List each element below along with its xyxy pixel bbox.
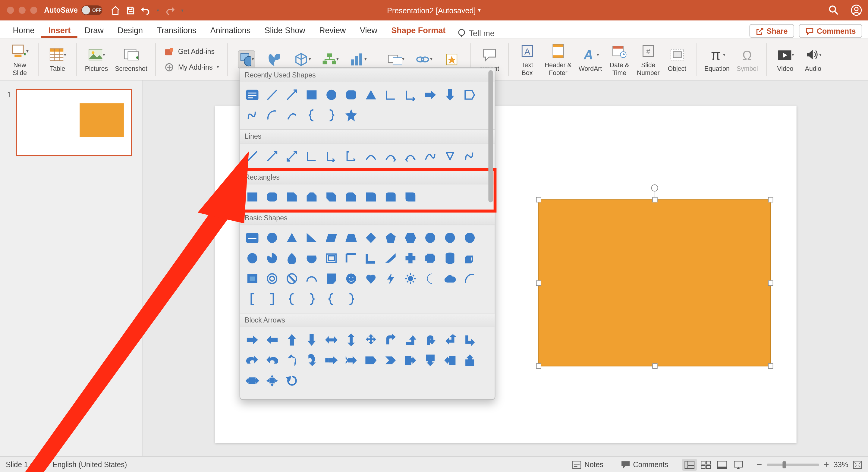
tab-animations[interactable]: Animations xyxy=(204,23,258,38)
basic-bevel[interactable] xyxy=(244,270,261,288)
slide-number-button[interactable]: #Slide Number xyxy=(634,41,662,77)
basic-brace-r[interactable] xyxy=(303,290,320,308)
shape-line-arrow[interactable] xyxy=(283,86,301,104)
arrow-leftup[interactable] xyxy=(441,331,459,349)
basic-pentagon[interactable] xyxy=(382,229,399,247)
resize-handle-b[interactable] xyxy=(652,363,657,369)
tab-shape-format[interactable]: Shape Format xyxy=(384,23,453,38)
header-footer-button[interactable]: Header & Footer xyxy=(542,41,574,77)
thumbnail-preview[interactable] xyxy=(16,89,132,156)
shape-elbow[interactable] xyxy=(382,86,399,104)
pictures-button[interactable]: ▾ Pictures xyxy=(83,44,110,73)
video-button[interactable]: ▾Video xyxy=(772,44,798,73)
line-elbow[interactable] xyxy=(303,147,320,165)
arrow-curved-up[interactable] xyxy=(283,351,301,370)
text-box-button[interactable]: AText Box xyxy=(515,41,540,77)
zoom-out-button[interactable]: − xyxy=(756,459,762,470)
shape-left-brace[interactable] xyxy=(303,106,320,124)
zoom-window[interactable] xyxy=(30,7,37,14)
arrow-callout-lr[interactable] xyxy=(244,372,261,390)
arrow-bent1[interactable] xyxy=(382,331,399,349)
dropdown-scrollbar[interactable] xyxy=(488,70,493,397)
basic-brace-both-r[interactable] xyxy=(342,290,360,308)
basic-half-frame[interactable] xyxy=(342,249,360,268)
rect-snip1[interactable] xyxy=(283,188,301,206)
3d-models-button[interactable]: ▾ xyxy=(289,49,315,69)
line-arrow[interactable] xyxy=(264,147,281,165)
arrow-right[interactable] xyxy=(244,331,261,349)
basic-decagon[interactable]: 10 xyxy=(461,229,478,247)
shape-line[interactable] xyxy=(264,86,281,104)
rect-snip-round[interactable] xyxy=(342,188,360,206)
arrow-updown[interactable] xyxy=(342,331,360,349)
shapes-button[interactable]: ▾ xyxy=(234,49,259,69)
arrow-curved-down[interactable] xyxy=(303,351,320,370)
line-curved-double[interactable] xyxy=(402,147,419,165)
tab-transitions[interactable]: Transitions xyxy=(150,23,203,38)
shape-arc[interactable] xyxy=(264,106,281,124)
basic-right-triangle[interactable] xyxy=(303,229,320,247)
screenshot-button[interactable]: Screenshot xyxy=(113,44,150,73)
arrow-pentagon[interactable] xyxy=(362,351,380,370)
basic-hexagon[interactable] xyxy=(402,229,419,247)
basic-lshape[interactable] xyxy=(362,249,380,268)
rect-snip2-diag[interactable] xyxy=(323,188,340,206)
resize-handle-l[interactable] xyxy=(536,280,541,286)
sb-comments-button[interactable]: Comments xyxy=(617,459,672,470)
selected-rectangle-shape[interactable] xyxy=(538,199,771,366)
slideshow-view-button[interactable] xyxy=(731,459,746,471)
rect-round1[interactable] xyxy=(362,188,380,206)
basic-bracket-r[interactable] xyxy=(264,290,281,308)
qat-customize[interactable]: ▾ xyxy=(181,7,184,13)
basic-textbox[interactable] xyxy=(244,229,261,247)
slide-thumbnail-1[interactable]: 1 xyxy=(7,89,135,156)
basic-trapezoid[interactable] xyxy=(342,229,360,247)
resize-handle-br[interactable] xyxy=(768,363,773,369)
arrow-callout-u[interactable] xyxy=(461,351,478,370)
basic-pie[interactable] xyxy=(264,249,281,268)
minimize-window[interactable] xyxy=(19,7,26,14)
basic-lightning[interactable] xyxy=(382,270,399,288)
new-slide-button[interactable]: ▾ New Slide xyxy=(7,41,33,77)
line-curved-arrow[interactable] xyxy=(382,147,399,165)
basic-plaque[interactable] xyxy=(422,249,439,268)
undo-icon[interactable] xyxy=(141,6,150,15)
arrow-uturn[interactable] xyxy=(422,331,439,349)
account-icon[interactable] xyxy=(850,4,862,16)
wordart-button[interactable]: A▾WordArt xyxy=(576,44,604,73)
basic-plus[interactable] xyxy=(402,249,419,268)
basic-heart[interactable] xyxy=(362,270,380,288)
arrow-striped[interactable] xyxy=(323,351,340,370)
my-addins-button[interactable]: My Add-ins▾ xyxy=(162,61,221,73)
zoom-slider[interactable] xyxy=(767,463,819,466)
basic-arc3[interactable] xyxy=(461,270,478,288)
line-freeform[interactable] xyxy=(441,147,459,165)
shape-rounded-rect[interactable] xyxy=(342,86,360,104)
smartart-button[interactable]: ▾ xyxy=(317,49,343,69)
basic-bracket-l[interactable] xyxy=(244,290,261,308)
autosave-toggle[interactable]: AutoSave OFF xyxy=(44,5,102,15)
arrow-quad[interactable] xyxy=(362,331,380,349)
basic-arc2[interactable] xyxy=(303,270,320,288)
shape-flowchart[interactable] xyxy=(461,86,478,104)
arrow-curved-left[interactable] xyxy=(264,351,281,370)
basic-octagon[interactable]: 8 xyxy=(441,229,459,247)
tab-view[interactable]: View xyxy=(353,23,384,38)
basic-brace-l[interactable] xyxy=(283,290,301,308)
resize-handle-tr[interactable] xyxy=(768,197,773,202)
basic-smiley[interactable] xyxy=(342,270,360,288)
tab-review[interactable]: Review xyxy=(312,23,353,38)
language-indicator[interactable]: English (United States) xyxy=(53,460,127,469)
tab-draw[interactable]: Draw xyxy=(78,23,110,38)
rect-rounded[interactable] xyxy=(264,188,281,206)
basic-parallelogram[interactable] xyxy=(323,229,340,247)
normal-view-button[interactable] xyxy=(682,459,697,471)
zoom-button[interactable]: ▾ xyxy=(383,49,409,69)
arrow-curved-right[interactable] xyxy=(244,351,261,370)
shape-star[interactable] xyxy=(342,106,360,124)
rect-round2-diag[interactable] xyxy=(402,188,419,206)
close-window[interactable] xyxy=(7,7,14,14)
basic-teardrop[interactable] xyxy=(283,249,301,268)
rect-snip2-same[interactable] xyxy=(303,188,320,206)
arrow-callout-l[interactable] xyxy=(441,351,459,370)
